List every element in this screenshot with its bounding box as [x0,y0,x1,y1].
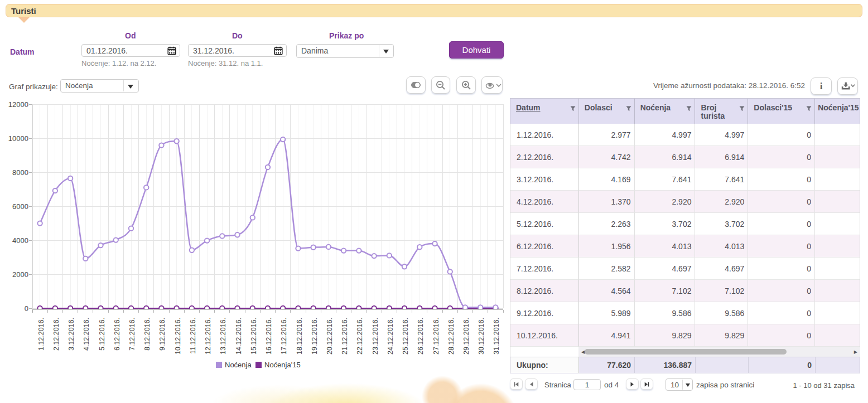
svg-text:24.12.2016.: 24.12.2016. [387,318,394,355]
svg-text:30.12.2016.: 30.12.2016. [478,318,485,355]
svg-text:13.12.2016.: 13.12.2016. [219,318,227,355]
svg-text:25.12.2016.: 25.12.2016. [402,318,409,355]
svg-text:17.12.2016.: 17.12.2016. [280,318,288,355]
svg-text:8.12.2016.: 8.12.2016. [143,318,151,351]
svg-text:12000: 12000 [8,100,28,109]
svg-text:16.12.2016.: 16.12.2016. [265,318,273,355]
svg-text:29.12.2016.: 29.12.2016. [462,318,470,355]
svg-text:19.12.2016.: 19.12.2016. [311,318,319,355]
svg-text:6000: 6000 [12,202,28,211]
svg-text:0: 0 [25,304,28,313]
svg-text:5.12.2016.: 5.12.2016. [98,318,106,351]
svg-text:26.12.2016.: 26.12.2016. [417,318,425,355]
svg-text:15.12.2016.: 15.12.2016. [250,318,258,355]
svg-text:14.12.2016.: 14.12.2016. [235,318,243,355]
svg-text:21.12.2016.: 21.12.2016. [341,318,349,355]
svg-text:18.12.2016.: 18.12.2016. [296,318,303,355]
svg-text:9.12.2016.: 9.12.2016. [158,318,166,351]
svg-text:11.12.2016.: 11.12.2016. [189,318,197,354]
svg-text:6.12.2016.: 6.12.2016. [113,318,121,351]
svg-text:1.12.2016.: 1.12.2016. [37,318,45,351]
svg-text:10.12.2016.: 10.12.2016. [174,318,182,355]
svg-text:12.12.2016.: 12.12.2016. [204,318,212,355]
svg-text:28.12.2016.: 28.12.2016. [447,318,455,355]
svg-text:23.12.2016.: 23.12.2016. [372,318,379,355]
svg-text:27.12.2016.: 27.12.2016. [432,318,440,355]
svg-text:7.12.2016.: 7.12.2016. [128,318,136,351]
svg-text:8000: 8000 [12,168,28,177]
svg-text:Noćenja: Noćenja [225,361,252,369]
svg-text:10000: 10000 [8,134,28,143]
svg-text:3.12.2016.: 3.12.2016. [67,318,75,351]
svg-text:4.12.2016.: 4.12.2016. [83,318,90,351]
svg-text:2.12.2016.: 2.12.2016. [52,318,60,351]
svg-text:22.12.2016.: 22.12.2016. [356,318,364,355]
svg-text:Noćenja'15: Noćenja'15 [264,361,301,369]
svg-text:31.12.2016.: 31.12.2016. [493,318,500,355]
svg-text:4000: 4000 [12,236,28,245]
svg-text:2000: 2000 [12,270,28,279]
svg-text:20.12.2016.: 20.12.2016. [326,318,334,355]
